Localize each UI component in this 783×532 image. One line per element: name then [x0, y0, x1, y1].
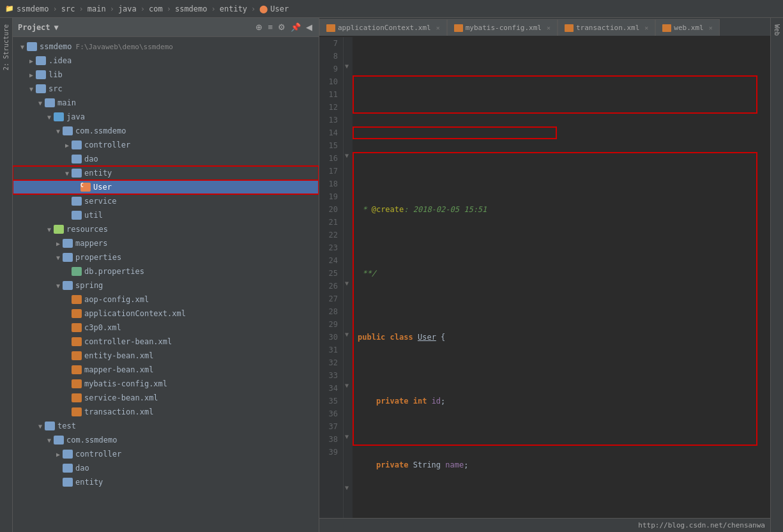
tab-close-4[interactable]: ✕ [709, 24, 713, 31]
tree-c3p0[interactable]: c3p0.xml [13, 321, 319, 335]
idea-arrow: ▶ [27, 57, 36, 65]
tab-transaction[interactable]: transaction.xml ✕ [558, 19, 655, 36]
tree-controller[interactable]: ▶ controller [13, 138, 319, 152]
breadcrumb-com: com [149, 4, 163, 13]
src-icon [36, 84, 46, 93]
tree-service[interactable]: service [13, 194, 319, 208]
fold-28[interactable]: ▼ [345, 382, 349, 389]
panel-sync-btn[interactable]: ⊕ [254, 21, 264, 33]
tree-root[interactable]: ▼ ssmdemo F:\Javaweb\demo\ssmdemo [13, 40, 319, 54]
panel-pin-btn[interactable]: 📌 [289, 21, 302, 33]
tree-java[interactable]: ▼ java [13, 110, 319, 124]
tree-entity-bean[interactable]: entity-bean.xml [13, 349, 319, 363]
tree-test-dao[interactable]: dao [13, 461, 319, 475]
tree-test-controller[interactable]: ▶ controller [13, 447, 319, 461]
svc-bean-label: service-bean.xml [84, 393, 158, 402]
tree-util[interactable]: util [13, 208, 319, 222]
util-label: util [84, 211, 103, 220]
tree-src[interactable]: ▼ src [13, 82, 319, 96]
tab-xml-icon-4 [662, 24, 671, 32]
tree-mappers[interactable]: ▶ mappers [13, 236, 319, 250]
tree-test-com[interactable]: ▼ com.ssmdemo [13, 433, 319, 447]
tree-service-bean[interactable]: service-bean.xml [13, 391, 319, 405]
test-com-arrow: ▼ [45, 437, 54, 444]
tree-idea[interactable]: ▶ .idea [13, 54, 319, 68]
entity-label: entity [84, 169, 112, 178]
root-folder-icon [27, 42, 37, 51]
status-url: http://blog.csdn.net/chensanwa [638, 521, 765, 529]
tab-app-context-label: applicationContext.xml [338, 24, 431, 32]
src-arrow: ▼ [27, 86, 36, 93]
util-icon [72, 211, 82, 220]
tx-icon [72, 407, 82, 416]
tree-test-entity[interactable]: entity [13, 475, 319, 489]
tab-close-1[interactable]: ✕ [436, 24, 440, 31]
tree-transaction[interactable]: transaction.xml [13, 405, 319, 419]
entity-bean-icon [72, 351, 82, 360]
resources-label: resources [66, 225, 108, 234]
fold-32[interactable]: ▼ [345, 433, 349, 440]
test-dao-label: dao [75, 464, 89, 473]
project-panel: Project ▼ ⊕ ≡ ⚙ 📌 ◀ ▼ ssmdemo F:\Javaweb… [13, 18, 319, 532]
code-content[interactable]: * @create: 2018-02-05 15:51 **/ public c… [353, 37, 770, 518]
aop-icon [72, 295, 82, 304]
code-line-11: private String name; [358, 459, 765, 471]
app-ctx-icon [72, 309, 82, 318]
tab-mybatis-label: mybatis-config.xml [466, 24, 542, 32]
test-ctrl-icon [63, 450, 73, 459]
tab-transaction-label: transaction.xml [576, 24, 639, 32]
tab-close-3[interactable]: ✕ [644, 24, 648, 31]
tab-web[interactable]: web.xml ✕ [655, 19, 719, 36]
tree-aop-config[interactable]: aop-config.xml [13, 293, 319, 307]
tree-db-properties[interactable]: db.properties [13, 264, 319, 278]
tab-xml-icon-2 [454, 24, 463, 32]
tree-spring[interactable]: ▼ spring [13, 278, 319, 293]
tree-app-context[interactable]: applicationContext.xml [13, 307, 319, 321]
panel-hide-btn[interactable]: ◀ [305, 21, 314, 33]
dao-label: dao [84, 155, 98, 163]
tab-app-context[interactable]: applicationContext.xml ✕ [319, 19, 447, 36]
entity-icon [72, 169, 82, 178]
root-path: F:\Javaweb\demo\ssmdemo [76, 43, 173, 51]
tree-com-ssmdemo[interactable]: ▼ com.ssmdemo [13, 124, 319, 138]
user-class-icon: C [80, 183, 91, 192]
spring-icon [63, 281, 73, 290]
web-panel-label[interactable]: Web [772, 20, 782, 40]
title-bar: 📁 ssmdemo › src › main › java › com › ss… [0, 0, 783, 18]
tree-resources[interactable]: ▼ resources [13, 222, 319, 236]
line-numbers: 7 8 9 10 11 12 13 14 15 16 17 18 19 20 2… [319, 37, 344, 518]
structure-panel-label[interactable]: 2: Structure [1, 20, 11, 74]
fold-20[interactable]: ▼ [345, 280, 349, 287]
tab-close-2[interactable]: ✕ [547, 24, 551, 31]
tree-test[interactable]: ▼ test [13, 419, 319, 433]
db-props-icon [72, 267, 82, 276]
mapper-bean-icon [72, 365, 82, 374]
tree-lib[interactable]: ▶ lib [13, 68, 319, 82]
tree-dao[interactable]: dao [13, 152, 319, 166]
code-editor[interactable]: 7 8 9 10 11 12 13 14 15 16 17 18 19 20 2… [319, 37, 770, 518]
editor-area: applicationContext.xml ✕ mybatis-config.… [319, 18, 770, 532]
tree-mapper-bean[interactable]: mapper-bean.xml [13, 363, 319, 377]
fold-16[interactable]: ▼ [345, 152, 349, 159]
spring-label: spring [75, 281, 103, 290]
tree-properties[interactable]: ▼ properties [13, 250, 319, 264]
tree-user[interactable]: C User [13, 180, 319, 194]
panel-collapse-btn[interactable]: ≡ [266, 21, 274, 33]
fold-9[interactable]: ▼ [345, 63, 349, 70]
entity-bean-label: entity-bean.xml [84, 351, 153, 360]
tab-xml-icon-1 [326, 24, 335, 32]
tree-entity[interactable]: ▼ entity [13, 166, 319, 180]
fold-36[interactable]: ▼ [345, 484, 349, 491]
tree-main[interactable]: ▼ main [13, 96, 319, 110]
fold-24[interactable]: ▼ [345, 331, 349, 338]
c3p0-label: c3p0.xml [84, 323, 121, 332]
properties-icon [63, 253, 73, 262]
src-label: src [49, 84, 63, 93]
code-line-9: public class User { [358, 331, 765, 344]
tab-mybatis[interactable]: mybatis-config.xml ✕ [447, 19, 558, 36]
tree-mybatis[interactable]: mybatis-config.xml [13, 377, 319, 391]
root-arrow: ▼ [18, 43, 27, 50]
panel-dropdown[interactable]: ▼ [54, 23, 59, 32]
panel-settings-btn[interactable]: ⚙ [277, 21, 287, 33]
tree-controller-bean[interactable]: controller-bean.xml [13, 335, 319, 349]
